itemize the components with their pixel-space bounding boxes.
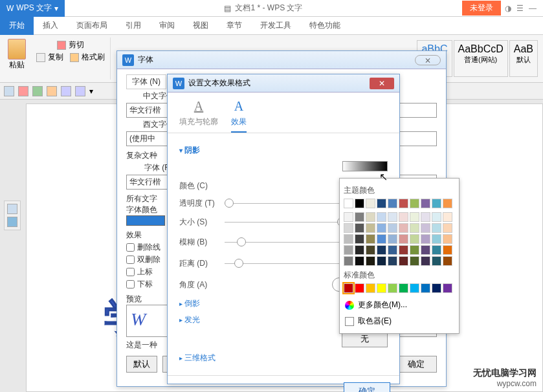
color-cell[interactable] [366,283,375,293]
login-button[interactable]: 未登录 [462,1,501,16]
transparency-slider[interactable] [225,203,346,204]
color-cell[interactable] [399,223,408,233]
distance-slider[interactable] [225,263,346,264]
qa-redo-icon[interactable] [75,86,85,96]
color-cell[interactable] [344,256,353,266]
color-cell[interactable] [366,199,375,208]
color-cell[interactable] [377,223,386,233]
color-cell[interactable] [355,256,364,266]
color-cell[interactable] [410,283,419,293]
cube-icon[interactable]: ◑ [505,4,511,13]
color-cell[interactable] [421,199,430,208]
color-cell[interactable] [410,199,419,208]
dialog-minimize-button[interactable]: ⨯ [415,55,441,65]
blur-slider[interactable] [225,242,346,243]
color-cell[interactable] [410,212,419,222]
tab-layout[interactable]: 页面布局 [67,16,116,35]
color-cell[interactable] [366,245,375,255]
color-cell[interactable] [432,245,441,255]
tab-fill-outline[interactable]: A填充与轮廓 [179,99,218,133]
color-cell[interactable] [443,212,452,222]
color-cell[interactable] [355,245,364,255]
color-cell[interactable] [410,223,419,233]
tab-start[interactable]: 开始 [0,16,34,35]
qa-icon[interactable] [4,86,14,96]
color-cell[interactable] [399,234,408,244]
style-item[interactable]: AaBbCcD普通(网站) [454,40,508,77]
cut-button[interactable]: 剪切 [56,39,85,51]
default-button[interactable]: 默认 [126,356,157,373]
color-cell[interactable] [344,212,353,222]
color-cell[interactable] [421,245,430,255]
color-cell[interactable] [344,234,353,244]
color-cell[interactable] [443,199,452,208]
color-cell[interactable] [355,223,364,233]
color-cell[interactable] [388,199,397,208]
chevron-down-icon[interactable]: ▾ [54,4,58,13]
color-cell[interactable] [377,283,386,293]
color-cell[interactable] [410,256,419,266]
style-item[interactable]: AaB默认 [509,40,538,77]
color-cell[interactable] [377,212,386,222]
more-colors-item[interactable]: 更多颜色(M)... [344,297,455,313]
color-cell[interactable] [421,234,430,244]
color-cell[interactable] [377,256,386,266]
size-slider[interactable] [225,222,346,223]
effect-dialog-title[interactable]: W 设置文本效果格式 ✕ [168,74,399,93]
page-icon[interactable] [7,204,17,214]
color-cell[interactable] [421,212,430,222]
qa-save-icon[interactable] [18,86,28,96]
color-cell[interactable] [399,212,408,222]
color-cell[interactable] [399,256,408,266]
eyedropper-item[interactable]: 取色器(E) [344,313,455,329]
color-cell[interactable] [432,199,441,208]
color-cell[interactable] [410,234,419,244]
color-cell[interactable] [410,245,419,255]
qa-icon[interactable] [47,86,57,96]
tab-dev[interactable]: 开发工具 [251,16,300,35]
color-cell[interactable] [366,234,375,244]
color-cell[interactable] [355,212,364,222]
color-cell[interactable] [421,256,430,266]
effect-ok-button[interactable]: 确定 [344,382,390,392]
color-cell[interactable] [443,223,452,233]
color-cell[interactable] [344,245,353,255]
color-cell[interactable] [344,199,353,208]
font-tab-label[interactable]: 字体 (N) [126,74,166,89]
color-cell[interactable] [344,223,353,233]
format-painter-button[interactable]: 格式刷 [69,51,106,63]
color-cell[interactable] [432,234,441,244]
color-cell[interactable] [421,223,430,233]
color-cell[interactable] [377,245,386,255]
color-cell[interactable] [399,199,408,208]
tab-reference[interactable]: 引用 [116,16,150,35]
tab-special[interactable]: 特色功能 [300,16,349,35]
section-3d[interactable]: 三维格式 [179,353,388,364]
chevron-down-icon[interactable]: ▾ [89,87,93,96]
tab-review[interactable]: 审阅 [150,16,184,35]
doc-icon[interactable] [7,217,17,227]
paste-button[interactable]: 粘贴 [3,38,31,80]
color-cell[interactable] [388,245,397,255]
copy-button[interactable]: 复制 [35,51,65,63]
minimize-icon[interactable]: — [529,4,537,13]
color-cell[interactable] [388,212,397,222]
close-button[interactable]: ✕ [370,78,394,89]
font-dialog-title[interactable]: W 字体 ⨯ [117,51,446,69]
color-cell[interactable] [421,283,430,293]
color-cell[interactable] [443,256,452,266]
color-cell[interactable] [388,283,397,293]
qa-undo-icon[interactable] [61,86,71,96]
color-cell[interactable] [366,256,375,266]
gear-icon[interactable]: ☰ [516,4,524,13]
tab-view[interactable]: 视图 [184,16,217,35]
shadow-preset[interactable] [342,161,388,171]
font-ok-button[interactable]: 确定 [395,356,437,373]
color-cell[interactable] [432,256,441,266]
color-cell[interactable] [377,234,386,244]
tab-effect[interactable]: A效果 [231,99,247,133]
color-cell[interactable] [388,223,397,233]
color-cell[interactable] [399,245,408,255]
color-cell[interactable] [432,223,441,233]
color-cell[interactable] [355,199,364,208]
